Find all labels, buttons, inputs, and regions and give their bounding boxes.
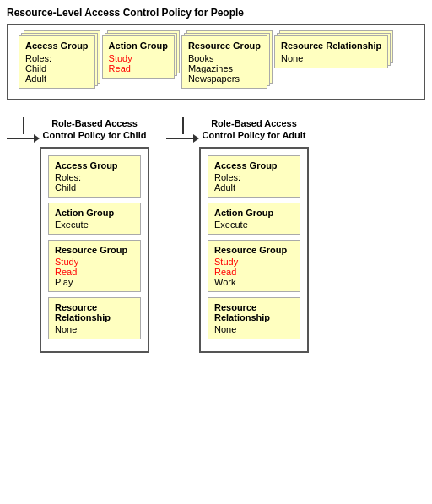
arrow-vert-adult: [182, 117, 184, 134]
action-group-top-stack: Action Group Study Read: [102, 35, 175, 79]
adult-policy-block: Role-Based AccessControl Policy for Adul…: [199, 117, 309, 361]
resource-relationship-child-content: None: [55, 324, 134, 334]
execute-adult: Execute: [214, 219, 294, 230]
resource-relationship-adult-content: None: [214, 324, 294, 334]
resource-relationship-child-card: Resource Relationship None: [48, 297, 141, 339]
child-policy-box: Access Group Roles: Child Action Group E…: [40, 147, 149, 353]
magazines-resource: Magazines: [188, 63, 261, 73]
child-role: Child: [25, 63, 89, 73]
arrow-vert-child: [23, 117, 24, 134]
action-group-adult-content: Execute: [214, 219, 294, 230]
resource-group-child-content: Study Read Play: [55, 257, 134, 287]
page-title: Resource-Level Access Control Policy for…: [7, 7, 425, 19]
access-group-top-content: Roles: Child Adult: [25, 53, 89, 84]
arrow-horiz-adult: [166, 134, 199, 143]
read-adult: Read: [214, 267, 294, 277]
none-adult: None: [214, 324, 294, 334]
resource-group-top-card: Resource Group Books Magazines Newspaper…: [181, 35, 267, 89]
study-child: Study: [55, 257, 134, 267]
adult-role: Adult: [25, 73, 89, 84]
resource-relationship-top-content: None: [281, 53, 381, 63]
resource-group-adult-card: Resource Group Study Read Work: [208, 240, 300, 292]
arrow-horiz-child: [7, 134, 40, 143]
adult-arrow-container: [166, 117, 199, 143]
h-line-adult: [168, 138, 193, 139]
policy-columns-row: Role-Based AccessControl Policy for Chil…: [7, 117, 309, 361]
action-group-adult-card: Action Group Execute: [208, 203, 300, 235]
roles-label-adult: Roles:: [214, 172, 294, 182]
read-action: Read: [109, 63, 168, 73]
bottom-layout: Role-Based AccessControl Policy for Chil…: [7, 117, 425, 361]
action-group-child-content: Execute: [55, 219, 134, 230]
action-group-adult-title: Action Group: [214, 208, 294, 218]
resource-relationship-top-stack: Resource Relationship None: [274, 35, 388, 68]
read-child: Read: [55, 267, 134, 277]
study-adult: Study: [214, 257, 294, 267]
work-adult: Work: [214, 277, 294, 287]
study-action: Study: [109, 53, 168, 63]
child-arrow-container: [7, 117, 40, 143]
access-group-child-content: Roles: Child: [55, 172, 134, 192]
execute-child: Execute: [55, 219, 134, 230]
access-group-top-stack: Access Group Roles: Child Adult: [19, 35, 95, 89]
play-child: Play: [55, 277, 134, 287]
top-cards-row: Access Group Roles: Child Adult Action G…: [15, 32, 417, 92]
adult-role-adult: Adult: [214, 182, 294, 192]
access-group-top-title: Access Group: [25, 41, 89, 51]
resource-relationship-adult-card: Resource Relationship None: [208, 297, 300, 339]
access-group-child-card: Access Group Roles: Child: [48, 155, 141, 198]
top-policy-box: Access Group Roles: Child Adult Action G…: [7, 24, 425, 100]
resource-relationship-top-title: Resource Relationship: [281, 41, 381, 51]
access-group-adult-card: Access Group Roles: Adult: [208, 155, 300, 198]
books-resource: Books: [188, 53, 261, 63]
roles-label: Roles:: [25, 53, 89, 63]
child-role-child: Child: [55, 182, 134, 192]
adult-policy-title: Role-Based AccessControl Policy for Adul…: [202, 117, 305, 142]
resource-group-child-card: Resource Group Study Read Play: [48, 240, 141, 292]
none-relationship-top: None: [281, 53, 381, 63]
resource-relationship-adult-title: Resource Relationship: [214, 302, 294, 322]
action-group-child-card: Action Group Execute: [48, 203, 141, 235]
access-group-top-card: Access Group Roles: Child Adult: [19, 35, 95, 89]
bottom-columns: Role-Based AccessControl Policy for Chil…: [7, 117, 425, 361]
access-group-adult-content: Roles: Adult: [214, 172, 294, 192]
resource-group-child-title: Resource Group: [55, 245, 134, 255]
h-line-child: [8, 138, 34, 139]
arrow-right-adult: [193, 134, 199, 143]
action-group-top-card: Action Group Study Read: [102, 35, 175, 79]
roles-label-child: Roles:: [55, 172, 134, 182]
resource-group-top-stack: Resource Group Books Magazines Newspaper…: [181, 35, 267, 89]
access-group-adult-title: Access Group: [214, 160, 294, 171]
action-group-child-title: Action Group: [55, 208, 134, 218]
access-group-child-title: Access Group: [55, 160, 134, 171]
resource-group-top-content: Books Magazines Newspapers: [188, 53, 261, 84]
adult-policy-box: Access Group Roles: Adult Action Group E…: [199, 147, 309, 353]
resource-relationship-child-title: Resource Relationship: [55, 302, 134, 322]
arrow-right-child: [34, 134, 40, 143]
newspapers-resource: Newspapers: [188, 73, 261, 84]
child-policy-block: Role-Based AccessControl Policy for Chil…: [40, 117, 149, 361]
action-group-top-content: Study Read: [109, 53, 168, 73]
resource-relationship-top-card: Resource Relationship None: [274, 35, 388, 68]
page-container: Resource-Level Access Control Policy for…: [7, 7, 425, 361]
action-group-top-title: Action Group: [109, 41, 168, 51]
resource-group-adult-content: Study Read Work: [214, 257, 294, 287]
none-child: None: [55, 324, 134, 334]
resource-group-top-title: Resource Group: [188, 41, 261, 51]
child-policy-title: Role-Based AccessControl Policy for Chil…: [43, 117, 147, 142]
resource-group-adult-title: Resource Group: [214, 245, 294, 255]
